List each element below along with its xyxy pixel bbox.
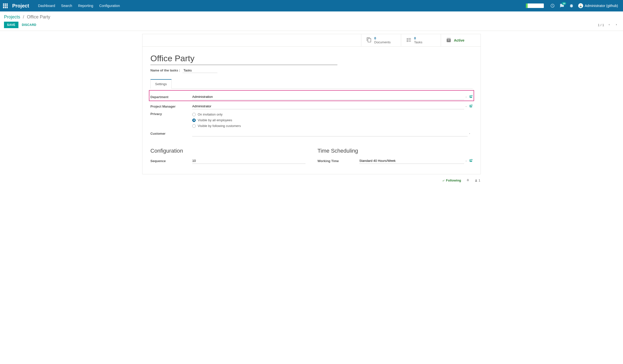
- follower-count[interactable]: 1: [475, 179, 480, 182]
- breadcrumb-projects[interactable]: Projects: [4, 14, 20, 19]
- progress-indicator[interactable]: [526, 3, 544, 8]
- stat-documents-value: 0: [374, 36, 391, 40]
- user-menu[interactable]: Administrator (github): [585, 4, 618, 8]
- breadcrumb-current: Office Party: [27, 14, 50, 19]
- stat-active-toggle[interactable]: Active: [441, 34, 481, 46]
- bell-icon[interactable]: [466, 178, 470, 182]
- save-button[interactable]: SAVE: [4, 22, 18, 28]
- clock-icon[interactable]: [550, 3, 555, 8]
- department-external-link-icon[interactable]: [469, 95, 473, 99]
- stat-button-box: 0 Documents 0 Tasks Active: [142, 34, 481, 47]
- project-name-input[interactable]: [150, 53, 337, 65]
- nav-configuration[interactable]: Configuration: [99, 4, 120, 8]
- tasks-name-input[interactable]: [183, 68, 217, 73]
- working-time-label: Working Time: [317, 159, 359, 163]
- control-panel: Projects / Office Party SAVE DISCARD 1 /…: [0, 11, 623, 31]
- nav-search[interactable]: Search: [61, 4, 72, 8]
- customer-label: Customer: [150, 132, 192, 135]
- time-scheduling-heading: Time Scheduling: [317, 148, 473, 154]
- archive-icon: [446, 37, 451, 43]
- privacy-label: Privacy: [150, 112, 192, 116]
- stat-documents-button[interactable]: 0 Documents: [361, 34, 401, 46]
- brand-title: Project: [12, 3, 29, 9]
- manager-input[interactable]: [192, 103, 464, 109]
- stat-active-label: Active: [454, 38, 464, 42]
- department-dropdown-icon[interactable]: [465, 95, 467, 99]
- department-input[interactable]: [192, 94, 464, 100]
- privacy-option-customers[interactable]: Visible by following customers: [192, 124, 241, 128]
- stat-tasks-value: 0: [414, 36, 422, 40]
- documents-icon: [366, 37, 372, 43]
- comments-icon[interactable]: 10: [560, 3, 564, 8]
- tasks-icon: [406, 37, 412, 43]
- manager-label: Project Manager: [150, 105, 192, 108]
- tabs: Settings: [150, 79, 473, 89]
- pager-next-button[interactable]: [614, 22, 619, 28]
- user-avatar[interactable]: [578, 3, 583, 8]
- privacy-radio-group: On invitation only Visible by all employ…: [192, 112, 241, 128]
- department-row-highlight: Department: [149, 90, 474, 101]
- tasks-name-label: Name of the tasks :: [150, 68, 180, 72]
- follower-bar: Following 1: [142, 174, 481, 184]
- breadcrumb: Projects / Office Party: [4, 14, 619, 20]
- pager-prev-button[interactable]: [607, 22, 612, 28]
- working-time-external-link-icon[interactable]: [469, 159, 473, 163]
- stat-tasks-label: Tasks: [414, 40, 422, 44]
- sequence-label: Sequence: [150, 159, 192, 163]
- configuration-heading: Configuration: [150, 148, 306, 154]
- sequence-input[interactable]: [192, 158, 306, 164]
- pager: 1 / 1: [598, 22, 619, 28]
- form-sheet: 0 Documents 0 Tasks Active: [142, 34, 481, 174]
- pager-text: 1 / 1: [598, 23, 604, 27]
- working-time-input[interactable]: [359, 158, 464, 164]
- working-time-dropdown-icon[interactable]: [465, 159, 467, 163]
- discard-button[interactable]: DISCARD: [22, 23, 36, 27]
- tab-settings[interactable]: Settings: [150, 79, 172, 89]
- bug-icon[interactable]: [569, 3, 574, 8]
- customer-input[interactable]: [192, 130, 468, 136]
- manager-dropdown-icon[interactable]: [465, 105, 467, 108]
- nav-reporting[interactable]: Reporting: [78, 4, 93, 8]
- configuration-section: Configuration Sequence: [150, 148, 306, 164]
- comments-badge: 10: [562, 2, 566, 5]
- privacy-option-invitation[interactable]: On invitation only: [192, 113, 241, 116]
- department-label: Department: [150, 95, 192, 99]
- nav-dashboard[interactable]: Dashboard: [38, 4, 55, 8]
- stat-documents-label: Documents: [374, 40, 391, 44]
- customer-dropdown-icon[interactable]: [469, 132, 471, 135]
- privacy-option-employees[interactable]: Visible by all employees: [192, 118, 241, 122]
- time-scheduling-section: Time Scheduling Working Time: [317, 148, 473, 164]
- following-button[interactable]: Following: [442, 179, 461, 182]
- manager-external-link-icon[interactable]: [469, 104, 473, 109]
- svg-point-0: [580, 4, 581, 6]
- stat-tasks-button[interactable]: 0 Tasks: [401, 34, 441, 46]
- apps-menu-icon[interactable]: [3, 3, 8, 8]
- top-navbar: Project Dashboard Search Reporting Confi…: [0, 0, 623, 11]
